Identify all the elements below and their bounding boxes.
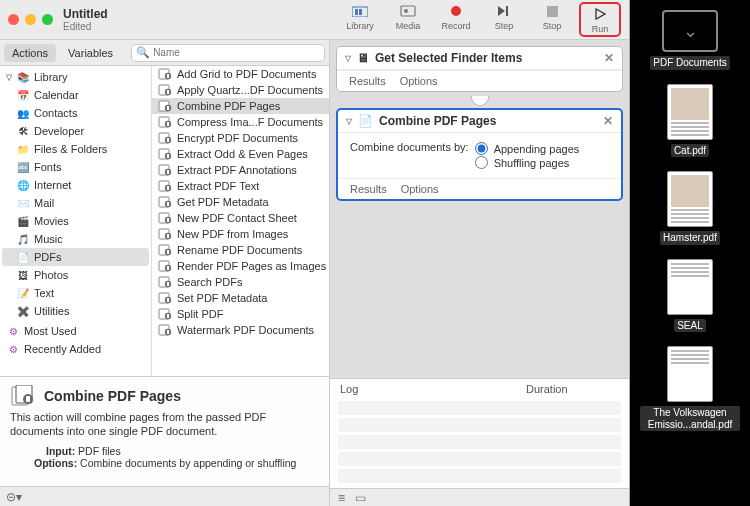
sidebar-item-movies[interactable]: 🎬Movies [2,212,149,230]
disclosure-icon[interactable]: ▽ [345,54,351,63]
desktop-label: The Volkswagen Emissio...andal.pdf [640,406,740,431]
sidebar-item-calendar[interactable]: 📅Calendar [2,86,149,104]
grid-view-icon[interactable]: ▭ [355,491,366,505]
library-button[interactable]: Library [339,2,381,37]
sidebar-item-music[interactable]: 🎵Music [2,230,149,248]
svg-rect-2 [359,9,362,15]
desktop-item[interactable]: ⌄PDF Documents [640,10,740,70]
pdf-action-icon [158,308,172,320]
desktop-item[interactable]: Hamster.pdf [640,171,740,245]
svg-rect-45 [167,250,169,254]
workflow-step-get-selected-finder-items[interactable]: ▽ 🖥 Get Selected Finder Items ✕ Results … [336,46,623,92]
appending-pages-label: Appending pages [494,143,580,155]
workflow-step-combine-pdf-pages[interactable]: ▽ 📄 Combine PDF Pages ✕ Combine document… [336,108,623,201]
action-item[interactable]: Extract PDF Annotations [152,162,329,178]
tab-actions[interactable]: Actions [4,44,56,62]
action-item[interactable]: Rename PDF Documents [152,242,329,258]
options-tab[interactable]: Options [401,183,439,195]
action-item[interactable]: Get PDF Metadata [152,194,329,210]
action-item[interactable]: Split PDF [152,306,329,322]
internet-icon: 🌐 [16,178,30,192]
sidebar-recently-added[interactable]: ⚙ Recently Added [2,340,149,358]
calendar-icon: 📅 [16,88,30,102]
action-item[interactable]: Extract PDF Text [152,178,329,194]
sidebar-item-fonts[interactable]: 🔤Fonts [2,158,149,176]
sidebar-most-used[interactable]: ⚙ Most Used [2,322,149,340]
step-button[interactable]: Step [483,2,525,37]
lists: ▽ 📚 Library 📅Calendar👥Contacts🛠Developer… [0,66,329,376]
minimize-window-button[interactable] [25,14,36,25]
sidebar-item-pdfs[interactable]: 📄PDFs [2,248,149,266]
action-label: Combine PDF Pages [177,100,280,112]
actions-list[interactable]: Add Grid to PDF DocumentsApply Quartz...… [152,66,329,376]
sidebar-item-developer[interactable]: 🛠Developer [2,122,149,140]
results-tab[interactable]: Results [349,75,386,87]
action-label: Watermark PDF Documents [177,324,314,336]
action-info-panel: Combine PDF Pages This action will combi… [0,376,329,486]
action-label: New PDF from Images [177,228,288,240]
sidebar-item-text[interactable]: 📝Text [2,284,149,302]
stop-button[interactable]: Stop [531,2,573,37]
close-window-button[interactable] [8,14,19,25]
sidebar-item-internet[interactable]: 🌐Internet [2,176,149,194]
desktop[interactable]: ⌄PDF DocumentsCat.pdfHamster.pdfSEALThe … [630,0,750,506]
music-icon: 🎵 [16,232,30,246]
action-label: Apply Quartz...DF Documents [177,84,323,96]
close-step-button[interactable]: ✕ [603,114,613,128]
desktop-item[interactable]: SEAL [640,259,740,333]
disclosure-icon[interactable]: ▽ [346,117,352,126]
sidebar-item-label: Fonts [34,161,62,173]
zoom-window-button[interactable] [42,14,53,25]
action-item[interactable]: New PDF from Images [152,226,329,242]
document-icon [667,346,713,402]
search-input[interactable] [153,47,320,58]
shuffling-pages-radio[interactable] [475,156,488,169]
info-input: Input: PDF files [10,445,319,457]
svg-rect-57 [167,314,169,318]
sidebar-item-mail[interactable]: ✉️Mail [2,194,149,212]
action-item[interactable]: Set PDF Metadata [152,290,329,306]
action-item[interactable]: Apply Quartz...DF Documents [152,82,329,98]
gear-menu-icon[interactable]: ⊝▾ [6,490,22,504]
svg-rect-27 [167,154,169,158]
list-view-icon[interactable]: ≡ [338,491,345,505]
action-item[interactable]: Encrypt PDF Documents [152,130,329,146]
sidebar-library-root[interactable]: ▽ 📚 Library [2,68,149,86]
sidebar-item-files-folders[interactable]: 📁Files & Folders [2,140,149,158]
action-item[interactable]: Combine PDF Pages [152,98,329,114]
action-item[interactable]: Watermark PDF Documents [152,322,329,338]
desktop-item[interactable]: The Volkswagen Emissio...andal.pdf [640,346,740,431]
action-item[interactable]: New PDF Contact Sheet [152,210,329,226]
sidebar-item-label: Mail [34,197,54,209]
run-icon [594,5,606,23]
search-field[interactable]: 🔍 [131,44,325,62]
sidebar-item-photos[interactable]: 🖼Photos [2,266,149,284]
action-item[interactable]: Add Grid to PDF Documents [152,66,329,82]
run-button[interactable]: Run [579,2,621,37]
appending-pages-radio[interactable] [475,142,488,155]
options-tab[interactable]: Options [400,75,438,87]
document-icon [667,171,713,227]
action-item[interactable]: Compress Ima...F Documents [152,114,329,130]
action-label: Render PDF Pages as Images [177,260,326,272]
record-button[interactable]: Record [435,2,477,37]
pdf-action-icon [158,84,172,96]
tab-variables[interactable]: Variables [60,44,121,62]
sidebar-item-label: Internet [34,179,71,191]
media-button[interactable]: Media [387,2,429,37]
text-icon: 📝 [16,286,30,300]
library-sidebar[interactable]: ▽ 📚 Library 📅Calendar👥Contacts🛠Developer… [0,66,152,376]
action-item[interactable]: Render PDF Pages as Images [152,258,329,274]
svg-rect-60 [167,330,169,334]
contacts-icon: 👥 [16,106,30,120]
close-step-button[interactable]: ✕ [604,51,614,65]
desktop-item[interactable]: Cat.pdf [640,84,740,158]
results-tab[interactable]: Results [350,183,387,195]
action-item[interactable]: Extract Odd & Even Pages [152,146,329,162]
action-item[interactable]: Search PDFs [152,274,329,290]
sidebar-item-utilities[interactable]: ✖️Utilities [2,302,149,320]
workflow-canvas[interactable]: ▽ 🖥 Get Selected Finder Items ✕ Results … [330,40,629,506]
sidebar-item-contacts[interactable]: 👥Contacts [2,104,149,122]
smart-folder-icon: ⚙ [6,324,20,338]
svg-rect-54 [167,298,169,302]
